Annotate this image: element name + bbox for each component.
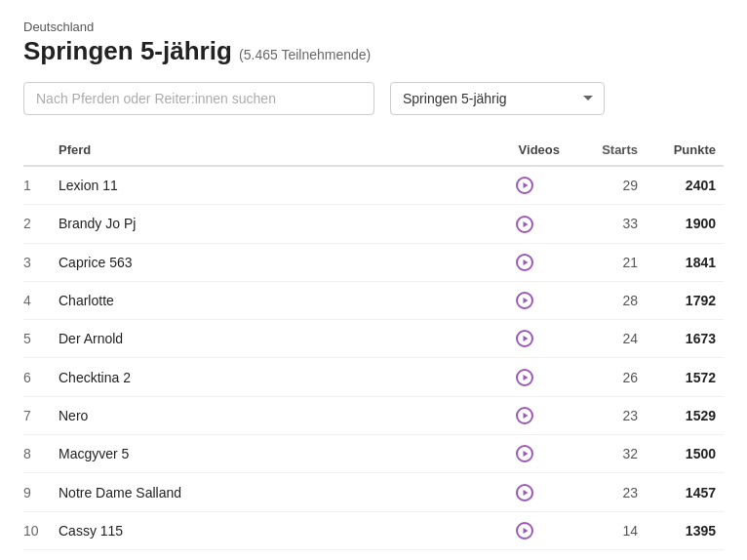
cell-points: 2401 — [646, 166, 724, 205]
discipline-select[interactable]: Springen 5-jährig — [390, 82, 605, 115]
cell-horse: Brandy Jo Pj — [59, 205, 490, 243]
cell-horse: Cassy 115 — [59, 511, 490, 549]
table-row: 7Nero231529 — [23, 396, 724, 434]
cell-videos[interactable] — [490, 358, 568, 396]
cell-horse: Caprice 563 — [59, 243, 490, 281]
page-title: Springen 5-jährig (5.465 Teilnehmende) — [23, 36, 724, 66]
table-row: 9Notre Dame Salland231457 — [23, 473, 724, 511]
cell-horse: Checktina 2 — [59, 358, 490, 396]
cell-starts: 14 — [568, 511, 646, 549]
cell-videos[interactable] — [490, 205, 568, 243]
cell-horse: Lexion 11 — [59, 166, 490, 205]
cell-rank: 10 — [23, 511, 59, 549]
cell-videos[interactable] — [490, 281, 568, 319]
cell-points: 1373 — [646, 549, 724, 560]
cell-starts: 25 — [568, 549, 646, 560]
video-play-icon[interactable] — [516, 292, 533, 309]
col-header-horse: Pferd — [59, 135, 490, 166]
cell-points: 1841 — [646, 243, 724, 281]
cell-horse: Notre Dame Salland — [59, 473, 490, 511]
cell-horse: Macgyver 5 — [59, 435, 490, 473]
table-row: 6Checktina 2261572 — [23, 358, 724, 396]
cell-rank: 5 — [23, 320, 59, 358]
cell-starts: 28 — [568, 281, 646, 319]
table-row: 11Sascinora251373 — [23, 549, 724, 560]
cell-points: 1529 — [646, 396, 724, 434]
cell-rank: 9 — [23, 473, 59, 511]
cell-rank: 6 — [23, 358, 59, 396]
rankings-table: Pferd Videos Starts Punkte 1Lexion 11292… — [23, 135, 724, 560]
table-row: 1Lexion 11292401 — [23, 166, 724, 205]
video-play-icon[interactable] — [516, 177, 533, 194]
cell-videos[interactable] — [490, 549, 568, 560]
cell-rank: 8 — [23, 435, 59, 473]
cell-videos[interactable] — [490, 511, 568, 549]
cell-horse: Der Arnold — [59, 320, 490, 358]
search-input[interactable] — [23, 82, 374, 115]
cell-starts: 21 — [568, 243, 646, 281]
col-header-videos: Videos — [490, 135, 568, 166]
table-row: 10Cassy 115141395 — [23, 511, 724, 549]
cell-videos[interactable] — [490, 435, 568, 473]
controls-bar: Springen 5-jährig — [23, 82, 724, 115]
cell-points: 1900 — [646, 205, 724, 243]
cell-starts: 24 — [568, 320, 646, 358]
cell-points: 1457 — [646, 473, 724, 511]
cell-points: 1500 — [646, 435, 724, 473]
cell-starts: 23 — [568, 473, 646, 511]
cell-starts: 23 — [568, 396, 646, 434]
col-header-rank — [23, 135, 59, 166]
cell-rank: 2 — [23, 205, 59, 243]
country-label: Deutschland — [23, 20, 724, 34]
cell-videos[interactable] — [490, 320, 568, 358]
video-play-icon[interactable] — [516, 407, 533, 424]
video-play-icon[interactable] — [516, 216, 533, 233]
cell-points: 1572 — [646, 358, 724, 396]
table-row: 8Macgyver 5321500 — [23, 435, 724, 473]
participants-count: (5.465 Teilnehmende) — [239, 47, 371, 62]
cell-rank: 4 — [23, 281, 59, 319]
table-row: 2Brandy Jo Pj331900 — [23, 205, 724, 243]
cell-videos[interactable] — [490, 166, 568, 205]
cell-videos[interactable] — [490, 473, 568, 511]
cell-horse: Nero — [59, 396, 490, 434]
cell-rank: 3 — [23, 243, 59, 281]
table-row: 3Caprice 563211841 — [23, 243, 724, 281]
cell-starts: 29 — [568, 166, 646, 205]
cell-horse: Sascinora — [59, 549, 490, 560]
cell-rank: 11 — [23, 549, 59, 560]
col-header-points: Punkte — [646, 135, 724, 166]
cell-horse: Charlotte — [59, 281, 490, 319]
cell-points: 1673 — [646, 320, 724, 358]
cell-starts: 26 — [568, 358, 646, 396]
cell-videos[interactable] — [490, 243, 568, 281]
table-row: 4Charlotte281792 — [23, 281, 724, 319]
video-play-icon[interactable] — [516, 445, 533, 462]
cell-points: 1792 — [646, 281, 724, 319]
cell-starts: 32 — [568, 435, 646, 473]
cell-points: 1395 — [646, 511, 724, 549]
video-play-icon[interactable] — [516, 369, 533, 386]
video-play-icon[interactable] — [516, 254, 533, 271]
cell-rank: 1 — [23, 166, 59, 205]
cell-rank: 7 — [23, 396, 59, 434]
cell-videos[interactable] — [490, 396, 568, 434]
col-header-starts: Starts — [568, 135, 646, 166]
video-play-icon[interactable] — [516, 330, 533, 347]
video-play-icon[interactable] — [516, 522, 533, 540]
video-play-icon[interactable] — [516, 484, 533, 501]
table-row: 5Der Arnold241673 — [23, 320, 724, 358]
cell-starts: 33 — [568, 205, 646, 243]
